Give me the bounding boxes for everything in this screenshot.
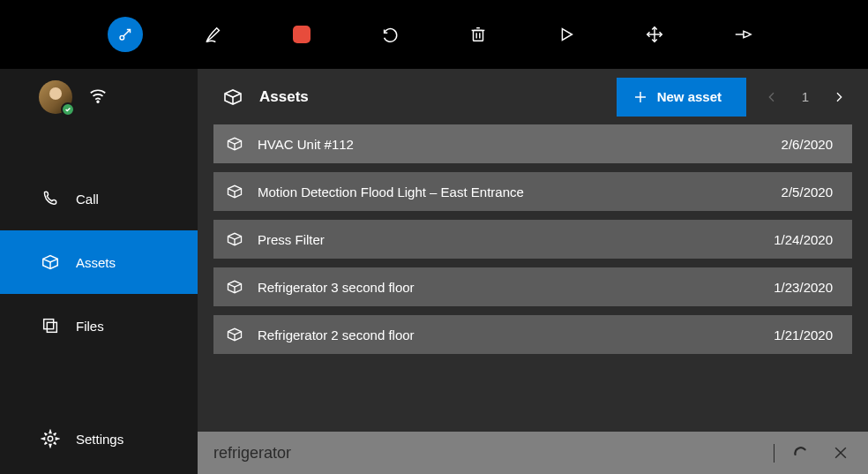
- undo-tool[interactable]: [372, 17, 408, 52]
- sidebar-item-files[interactable]: Files: [0, 294, 198, 357]
- box-icon: [226, 326, 243, 343]
- sidebar-item-call[interactable]: Call: [0, 167, 198, 230]
- new-asset-button[interactable]: New asset: [617, 78, 746, 117]
- asset-name: Refrigerator 3 second floor: [258, 280, 760, 295]
- box-icon: [226, 278, 243, 296]
- box-icon: [226, 135, 243, 153]
- pen-tool[interactable]: [196, 17, 231, 52]
- box-icon: [41, 252, 60, 272]
- asset-name: Motion Detection Flood Light – East Entr…: [258, 184, 767, 199]
- box-icon: [226, 230, 243, 248]
- svg-rect-13: [44, 320, 54, 329]
- pager-page: 1: [792, 89, 819, 104]
- wifi-icon: [88, 86, 108, 109]
- pin-tool[interactable]: [725, 17, 760, 52]
- search-loading-icon: [785, 438, 815, 468]
- chevron-right-icon: [832, 90, 846, 104]
- delete-tool[interactable]: [460, 17, 496, 52]
- top-toolbar: [0, 0, 868, 69]
- asset-row[interactable]: Motion Detection Flood Light – East Entr…: [213, 172, 852, 211]
- asset-date: 2/5/2020: [782, 184, 833, 199]
- asset-date: 1/23/2020: [774, 280, 833, 295]
- content-panel: Assets New asset 1 HVAC Unit #112 2/6/2: [198, 69, 868, 474]
- record-icon: [293, 26, 311, 43]
- pager-next-button[interactable]: [826, 78, 852, 117]
- asset-row[interactable]: Refrigerator 3 second floor 1/23/2020: [213, 267, 852, 306]
- new-asset-label: New asset: [657, 89, 722, 104]
- search-bar: [198, 432, 868, 474]
- box-icon: [226, 183, 243, 200]
- sidebar-item-label: Files: [76, 319, 104, 334]
- close-icon: [832, 444, 849, 462]
- asset-row[interactable]: Press Filter 1/24/2020: [213, 220, 852, 259]
- sidebar-item-label: Settings: [76, 432, 123, 447]
- svg-point-11: [97, 101, 99, 102]
- phone-icon: [41, 189, 60, 208]
- sidebar-item-assets[interactable]: Assets: [0, 230, 198, 294]
- svg-line-1: [123, 30, 130, 36]
- profile-row: [0, 69, 198, 124]
- asset-name: HVAC Unit #112: [258, 137, 767, 152]
- play-tool[interactable]: [549, 17, 584, 52]
- pager-prev-button[interactable]: [759, 78, 785, 117]
- svg-rect-2: [474, 30, 483, 41]
- page-title: Assets: [259, 88, 309, 106]
- ink-enter-tool[interactable]: [108, 17, 143, 52]
- gear-icon: [41, 429, 60, 448]
- asset-row[interactable]: HVAC Unit #112 2/6/2020: [213, 124, 852, 163]
- sidebar-item-label: Call: [76, 192, 99, 207]
- sidebar: Call Assets Files Settings: [0, 69, 198, 474]
- plus-icon: [632, 89, 648, 105]
- asset-date: 1/21/2020: [774, 327, 833, 342]
- asset-list: HVAC Unit #112 2/6/2020 Motion Detection…: [198, 124, 868, 354]
- presence-available-icon: [61, 102, 75, 117]
- asset-name: Refrigerator 2 second floor: [258, 327, 760, 342]
- svg-point-15: [48, 436, 53, 441]
- avatar[interactable]: [39, 80, 72, 114]
- asset-name: Press Filter: [258, 232, 760, 247]
- sidebar-item-label: Assets: [76, 255, 116, 270]
- chevron-left-icon: [765, 90, 779, 104]
- pager: 1: [759, 78, 852, 117]
- asset-date: 1/24/2020: [774, 232, 833, 247]
- files-icon: [41, 316, 60, 335]
- svg-marker-7: [562, 29, 572, 41]
- record-tool[interactable]: [284, 17, 319, 52]
- content-header: Assets New asset 1: [198, 69, 868, 124]
- svg-point-0: [120, 35, 124, 40]
- asset-date: 2/6/2020: [782, 137, 833, 152]
- asset-row[interactable]: Refrigerator 2 second floor 1/21/2020: [213, 315, 852, 354]
- sidebar-nav: Call Assets Files Settings: [0, 167, 198, 470]
- svg-rect-14: [47, 322, 56, 332]
- box-icon: [222, 87, 243, 108]
- move-tool[interactable]: [637, 17, 672, 52]
- clear-search-button[interactable]: [826, 438, 856, 468]
- sidebar-item-settings[interactable]: Settings: [0, 407, 198, 470]
- search-input[interactable]: [213, 444, 774, 463]
